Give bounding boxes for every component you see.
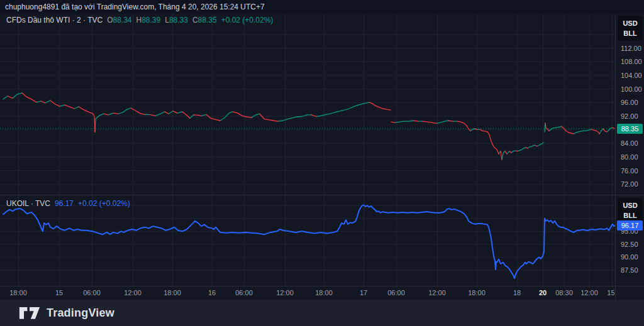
ukoil-series [3, 205, 615, 278]
time-tick-label: 08:30 [555, 289, 573, 296]
tradingview-logo-icon[interactable] [19, 306, 40, 320]
gridlines [0, 14, 615, 286]
ohlc-close-label: C [192, 16, 198, 24]
time-tick-label: 18:00 [315, 289, 333, 296]
price-tick-label: 112.00 [621, 44, 641, 53]
time-tick-label: 20 [539, 289, 547, 296]
time-tick-label: 12:00 [276, 289, 294, 296]
wti-unit-currency: USD [623, 19, 637, 27]
wti-unit-badge: USD BLL [618, 16, 643, 41]
price-tick-label: 84.00 [621, 139, 638, 148]
time-tick-label: 12:00 [580, 289, 598, 296]
time-tick-label: 12:00 [428, 289, 446, 296]
tradingview-brand[interactable]: TradingView [47, 307, 114, 320]
ohlc-close-value: 88.35 [198, 16, 217, 24]
ohlc-high-label: H [136, 16, 142, 24]
time-axis[interactable]: 18:001506:0012:0018:001606:0012:0018:001… [0, 286, 614, 300]
wti-change: +0.02 (+0.02%) [221, 16, 274, 24]
price-tick-label: 96.00 [621, 98, 638, 107]
time-tick-label: 12:00 [124, 289, 142, 296]
price-tick-label: 90.00 [621, 253, 638, 261]
time-tick-label: 06:00 [235, 289, 253, 296]
time-tick-label: 06:00 [387, 289, 405, 296]
price-tick-label: 72.00 [621, 180, 638, 188]
ukoil-unit-badge: USD BLL [618, 198, 643, 223]
price-tick-label: 87.50 [621, 266, 638, 274]
ukoil-unit-currency: USD [623, 202, 637, 209]
ukoil-unit-measure: BLL [623, 212, 636, 219]
wti-legend[interactable]: CFDs Dầu thô WTI · 2 · TVCO88.34H88.39L8… [6, 16, 273, 24]
wti-symbol[interactable]: CFDs Dầu thô WTI · 2 · TVC [6, 16, 103, 24]
time-tick-label: 15: [607, 289, 614, 296]
time-tick-label: 18:00 [9, 289, 27, 296]
ukoil-symbol[interactable]: UKOIL · TVC [6, 199, 50, 208]
price-tick-label: 108.00 [621, 57, 642, 66]
time-tick-label: 15 [55, 289, 63, 296]
time-tick-label: 18:00 [164, 289, 181, 296]
price-tick-label: 100.00 [621, 85, 642, 94]
time-tick-label: 16 [208, 289, 216, 296]
price-axis[interactable]: USD BLL USD BLL 88.35 96.17 112.00108.00… [615, 14, 644, 300]
ohlc-open-value: 88.34 [113, 16, 131, 24]
time-tick-label: 18:00 [468, 289, 486, 296]
chart-canvas[interactable] [0, 0, 644, 326]
ohlc-low-value: 88.33 [169, 16, 188, 24]
ukoil-price-badge: 96.17 [617, 220, 643, 231]
price-tick-label: 92.00 [621, 112, 638, 121]
price-tick-label: 80.00 [621, 153, 638, 161]
price-tick-label: 76.00 [621, 166, 638, 175]
ukoil-legend[interactable]: UKOIL · TVC96.17+0.02 (+0.02%) [6, 199, 130, 208]
separators [0, 195, 644, 286]
footer: TradingView [0, 300, 644, 326]
ohlc-low-label: L [165, 16, 169, 24]
time-tick-label: 06:00 [83, 289, 101, 296]
wti-series [3, 93, 614, 160]
price-tick-label: 104.00 [621, 71, 642, 80]
ukoil-price: 96.17 [55, 199, 74, 208]
ohlc-high-value: 88.39 [142, 16, 160, 24]
time-tick-label: 17 [360, 289, 367, 296]
wti-price-badge: 88.35 [617, 124, 643, 134]
ukoil-change: +0.02 (+0.02%) [78, 199, 130, 208]
price-tick-label: 92.50 [621, 240, 638, 249]
wti-unit-measure: BLL [623, 30, 636, 37]
time-tick-label: 18 [513, 289, 521, 296]
